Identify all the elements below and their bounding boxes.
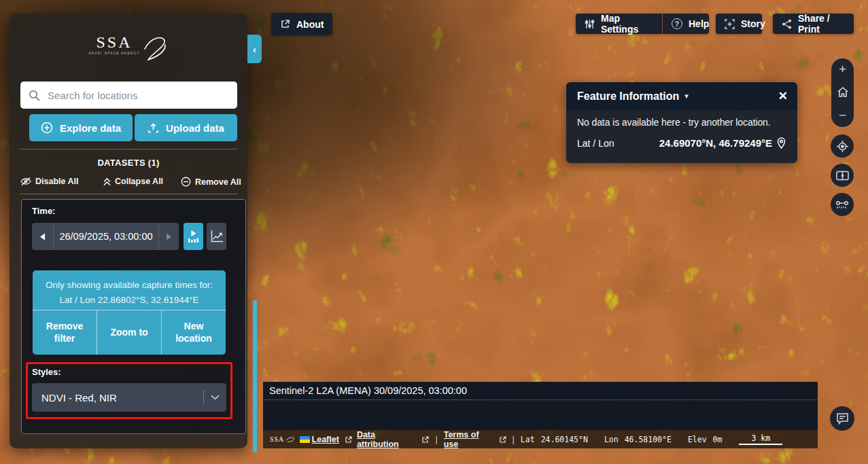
styles-dropdown[interactable]: NDVI - Red, NIR (32, 383, 226, 412)
latlon-label: Lat / Lon (577, 138, 614, 149)
explore-data-button[interactable]: Explore data (29, 114, 133, 141)
ssa-swoosh-icon (285, 436, 295, 443)
lon-value: 46.58100°E (625, 435, 672, 444)
feature-info-title: Feature Information (577, 90, 679, 103)
remove-all-label: Remove All (195, 177, 241, 187)
story-capture-icon (725, 19, 735, 29)
lon-label: Lon (604, 435, 619, 444)
scale-line (739, 444, 782, 445)
remove-filter-button[interactable]: Remove filter (33, 310, 97, 355)
ssa-mini-logo-text: SSA (270, 435, 284, 443)
feature-info-body: No data is available here - try another … (566, 110, 797, 163)
zoom-pill: + − (831, 58, 854, 127)
compare-split-button[interactable] (831, 164, 854, 187)
feature-info-header[interactable]: Feature Information ▾ ✕ (566, 82, 797, 110)
lat-value: 24.60145°N (541, 435, 588, 444)
close-icon[interactable]: ✕ (778, 90, 788, 102)
arrow-left-icon (39, 233, 46, 240)
data-attribution-link[interactable]: Data attribution (357, 430, 417, 449)
upload-data-button[interactable]: Upload data (135, 114, 237, 141)
map-settings-button[interactable]: Map Settings (576, 14, 662, 34)
chart-button[interactable] (207, 223, 226, 250)
search-input[interactable] (20, 82, 237, 109)
lat-label: Lat (521, 435, 535, 444)
separator: | (435, 435, 437, 444)
time-label: Time: (32, 206, 55, 216)
timeline-panel: Sentinel-2 L2A (MENA) 30/09/2025, 03:00:… (263, 382, 818, 430)
help-glyph: ? (675, 20, 679, 28)
zoom-to-button[interactable]: Zoom to (97, 310, 161, 355)
map-scale: 3 km (739, 433, 782, 445)
remove-all-button[interactable]: Remove All (181, 177, 241, 187)
location-pin-icon[interactable] (776, 137, 786, 149)
sidebar-collapse-tab[interactable]: ‹ (247, 35, 262, 63)
ssa-mini-logo: SSA (270, 435, 295, 443)
play-timeline-button[interactable] (184, 223, 203, 250)
about-button[interactable]: About (271, 13, 332, 35)
eye-off-icon (20, 177, 31, 186)
story-button[interactable]: Story (716, 14, 762, 34)
home-icon (837, 86, 849, 98)
about-label: About (296, 19, 324, 30)
geolocate-icon (836, 140, 849, 153)
sidebar-scrollbar[interactable] (253, 300, 257, 452)
external-link-icon (345, 436, 352, 443)
scale-label: 3 km (751, 433, 770, 443)
map-settings-label: Map Settings (601, 13, 653, 35)
separator: | (513, 435, 515, 444)
external-window-icon (280, 19, 290, 29)
share-icon (782, 19, 792, 29)
collapse-all-button[interactable]: Collapse All (103, 177, 163, 186)
story-label: Story (741, 18, 765, 29)
zoom-in-button[interactable]: + (839, 63, 846, 75)
arrow-right-icon (166, 233, 172, 240)
workbench-sidebar: SSA SAUDI SPACE AGENCY Explore data Uplo… (10, 14, 247, 448)
leaflet-link[interactable]: Leaflet (312, 435, 339, 444)
geolocate-button[interactable] (831, 135, 854, 158)
share-print-label: Share / Print (798, 13, 845, 35)
upload-icon (147, 122, 159, 134)
capture-filter-note-line1: Only showing available capture times for… (37, 278, 222, 293)
time-current-value[interactable]: 26/09/2025, 03:00:00 (54, 223, 158, 250)
measure-tool-button[interactable] (831, 193, 854, 216)
help-icon: ? (672, 18, 682, 29)
external-link-icon (422, 436, 429, 443)
capture-filter-note-line2: Lat / Lon 22.86802°S, 32.61944°E (37, 293, 222, 308)
double-chevron-up-icon (103, 177, 111, 186)
timeline-title: Sentinel-2 L2A (MENA) 30/09/2025, 03:00:… (263, 382, 818, 400)
measure-icon (835, 200, 849, 210)
terms-of-use-link[interactable]: Terms of use (444, 430, 493, 449)
elev-value: 0m (713, 435, 723, 444)
search-icon (29, 90, 40, 101)
sliders-icon (585, 19, 595, 29)
zoom-out-button[interactable]: − (839, 109, 846, 122)
styles-label: Styles: (32, 367, 61, 377)
compare-split-icon (836, 171, 849, 181)
filter-actions: Remove filter Zoom to New location (33, 310, 226, 355)
play-bars-icon (188, 230, 199, 243)
ukraine-flag-icon (300, 436, 309, 443)
chevron-down-icon (204, 395, 226, 400)
time-prev-button[interactable] (32, 223, 54, 250)
share-print-button[interactable]: Share / Print (773, 14, 854, 34)
ssa-logo-text: SSA (96, 33, 132, 51)
disable-all-label: Disable All (35, 177, 78, 186)
chevron-left-icon: ‹ (253, 43, 256, 55)
line-chart-icon (210, 230, 224, 243)
feature-info-panel: Feature Information ▾ ✕ No data is avail… (566, 82, 797, 163)
disable-all-button[interactable]: Disable All (20, 177, 78, 186)
workbench-item: Time: 26/09/2025, 03:00:00 Only showing … (21, 199, 246, 434)
datasets-header: DATASETS (1) (10, 158, 247, 168)
capture-filter-note: Only showing available capture times for… (33, 270, 226, 314)
ssa-logo: SSA SAUDI SPACE AGENCY (10, 34, 247, 64)
help-button[interactable]: ? Help (663, 14, 709, 34)
caret-down-icon[interactable]: ▾ (684, 92, 689, 101)
time-next-button[interactable] (158, 223, 179, 250)
help-label: Help (689, 18, 709, 29)
minus-circle-icon (181, 177, 191, 187)
home-button[interactable] (837, 86, 849, 98)
elev-label: Elev (688, 435, 707, 444)
feedback-button[interactable] (830, 406, 854, 431)
time-picker: 26/09/2025, 03:00:00 (32, 223, 179, 250)
new-location-button[interactable]: New location (161, 310, 226, 355)
